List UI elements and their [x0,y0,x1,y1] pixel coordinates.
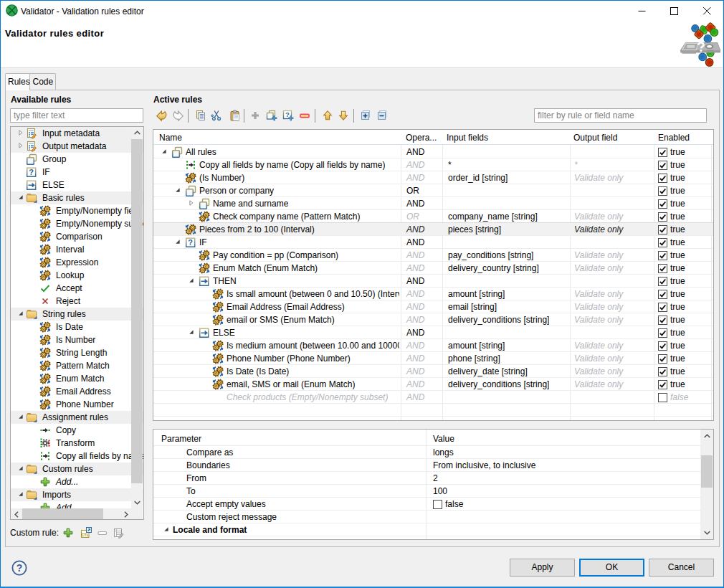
svg-text:?: ? [16,562,23,574]
svg-text:?: ? [188,238,193,247]
svg-text:?: ? [29,168,34,176]
svg-text:CTL: CTL [81,533,89,537]
